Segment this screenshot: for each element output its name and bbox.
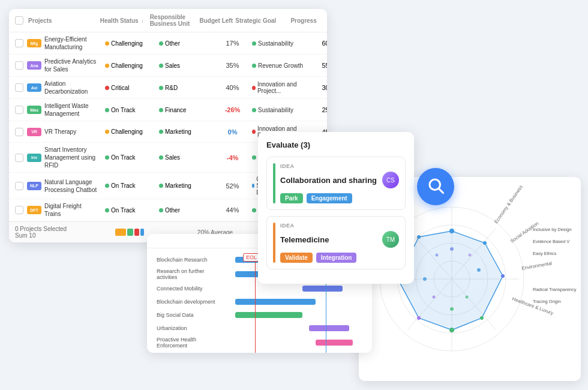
gantt-label-0: Blockchain Research: [157, 257, 229, 263]
project-name-3: Intelligent Waste Management: [44, 102, 98, 118]
svg-text:Economy & Business: Economy & Business: [493, 184, 524, 224]
health-status-1: Challenging: [111, 62, 143, 69]
eval-card-bar-1: [273, 223, 275, 263]
health-status-0: Challenging: [111, 40, 143, 47]
project-name-5: Smart Inventory Management using RFID: [44, 146, 98, 169]
health-dot-1: [105, 64, 109, 68]
footer-selected: 0 Projects Selected Sum 10: [15, 226, 67, 239]
svg-point-29: [423, 277, 427, 281]
rbu-dot-5: [159, 155, 163, 160]
rbu-text-3: Finance: [165, 107, 187, 113]
eval-tag-1-0[interactable]: Validate: [280, 253, 313, 263]
rbu-dot-6: [159, 184, 163, 188]
goal-dot-2: [252, 86, 256, 90]
row-checkbox-1[interactable]: [15, 61, 23, 70]
rbu-text-2: R&D: [165, 85, 178, 91]
budget-7: 44%: [226, 206, 239, 214]
table-row[interactable]: Was Intelligent Waste Management On Trac…: [9, 99, 327, 121]
row-checkbox-2[interactable]: [15, 83, 23, 92]
budget-1: 35%: [226, 62, 239, 69]
eval-card-title-0: Collaboration and sharing: [280, 176, 377, 185]
svg-line-1: [439, 188, 443, 193]
health-dot-5: [105, 155, 109, 160]
rbu-text-4: Marketing: [165, 128, 191, 135]
svg-point-15: [449, 229, 454, 233]
svg-point-16: [483, 241, 487, 245]
svg-text:Environmental: Environmental: [521, 260, 553, 271]
project-badge-2: Avi: [27, 83, 41, 92]
goal-text-3: Sustainability: [258, 107, 293, 113]
health-status-7: On Track: [111, 207, 136, 214]
eval-tag-0-1[interactable]: Engagement: [307, 193, 352, 203]
table-row[interactable]: Mfg Energy-Efficient Manufacturing Chall…: [9, 32, 327, 55]
gantt-label-5: Urbanization: [157, 325, 229, 331]
eval-card-label-1: IDEA: [280, 223, 399, 229]
project-badge-3: Was: [27, 106, 41, 114]
budget-4: 0%: [228, 128, 238, 136]
gantt-label-1: Research on further activities: [157, 268, 229, 280]
goal-text-0: Sustainability: [258, 40, 293, 47]
row-checkbox-6[interactable]: [15, 182, 23, 190]
goal-text-2: Innovation and Project...: [257, 81, 312, 94]
evaluate-title: Evaluate (3): [266, 140, 406, 149]
rbu-dot-2: [159, 86, 163, 90]
health-dot-4: [105, 130, 109, 134]
eval-card-bar-0: [273, 163, 275, 203]
row-checkbox-5[interactable]: [15, 154, 23, 162]
progress-3: 25%: [322, 106, 327, 113]
svg-point-30: [436, 254, 439, 257]
select-all-checkbox[interactable]: [15, 16, 23, 25]
project-name-1: Predictive Analytics for Sales: [44, 58, 98, 73]
eval-card-0[interactable]: IDEA Collaboration and sharing CS ParkEn…: [266, 157, 406, 210]
footer-bars: [115, 229, 144, 236]
project-badge-5: Inv: [27, 154, 41, 162]
eval-card-label-0: IDEA: [280, 163, 399, 169]
svg-point-17: [501, 274, 505, 278]
svg-point-22: [417, 235, 421, 239]
svg-text:Radical Transparency: Radical Transparency: [533, 287, 577, 292]
evaluate-panel: Evaluate (3) IDEA Collaboration and shar…: [258, 132, 414, 284]
budget-2: 40%: [226, 84, 239, 91]
project-name-0: Energy-Efficient Manufacturing: [44, 35, 98, 51]
gantt-label-3: Blockchain development: [157, 299, 229, 305]
svg-point-18: [480, 316, 484, 320]
project-badge-6: NLP: [27, 182, 41, 190]
row-checkbox-7[interactable]: [15, 206, 23, 214]
svg-point-27: [450, 307, 454, 311]
col-header-rbu: Responsible Business Unit: [150, 14, 200, 27]
progress-0: 60%: [322, 40, 327, 47]
health-status-2: Critical: [111, 85, 130, 91]
project-badge-4: VR: [27, 128, 41, 136]
eval-tag-0-0[interactable]: Park: [280, 193, 303, 203]
eval-card-1[interactable]: IDEA Telemedicine TM ValidateIntegration: [266, 216, 406, 269]
table-row[interactable]: Avi Aviation Decarbonization Critical R&…: [9, 77, 327, 99]
rbu-dot-1: [159, 64, 163, 68]
goal-dot-1: [252, 64, 256, 68]
rbu-dot-0: [159, 41, 163, 46]
goal-dot-0: [252, 41, 256, 46]
eval-tag-1-1[interactable]: Integration: [316, 253, 357, 263]
rbu-text-0: Other: [165, 40, 180, 47]
row-checkbox-3[interactable]: [15, 106, 23, 114]
eval-card-title-1: Telemedicine: [280, 235, 329, 244]
svg-point-28: [433, 296, 436, 299]
table-row[interactable]: Ana Predictive Analytics for Sales Chall…: [9, 55, 327, 77]
row-checkbox-0[interactable]: [15, 39, 23, 47]
progress-2: 30%: [322, 84, 327, 91]
rbu-text-7: Other: [165, 207, 180, 214]
search-button[interactable]: [417, 168, 454, 205]
col-header-budget: Budget Left: [199, 17, 235, 24]
row-checkbox-4[interactable]: [15, 128, 23, 136]
project-name-4: VR Therapy: [44, 128, 98, 136]
svg-point-24: [469, 254, 472, 257]
svg-point-19: [449, 328, 454, 332]
project-badge-0: Mfg: [27, 39, 41, 47]
budget-0: 17%: [226, 40, 239, 47]
project-name-7: Digital Freight Trains: [44, 202, 98, 218]
sort-icon[interactable]: ↕: [141, 19, 143, 24]
col-header-goal: Strategic Goal: [235, 17, 290, 24]
project-badge-1: Ana: [27, 61, 41, 70]
project-badge-7: DFT: [27, 206, 41, 214]
svg-point-26: [466, 296, 469, 299]
gantt-label-4: Big Social Data: [157, 312, 229, 318]
